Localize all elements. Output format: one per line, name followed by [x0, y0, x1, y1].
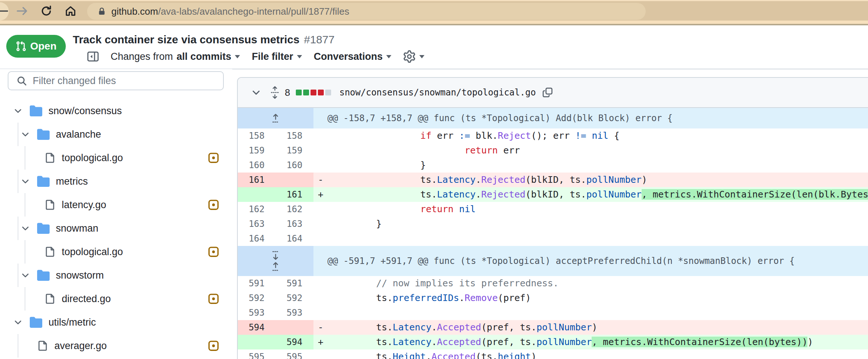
- tree-item-label: utils/metric: [49, 317, 96, 328]
- folder-icon: [37, 175, 50, 188]
- diff-row-deleted-161[interactable]: 161- ts.Latency.Rejected(blkID, ts.pollN…: [238, 173, 868, 187]
- collapse-file-button[interactable]: [251, 87, 261, 98]
- diff-rows: @@ -158,7 +158,7 @@ func (ts *Topologica…: [238, 108, 868, 359]
- old-line-number: 595: [238, 349, 276, 359]
- diff-row-context-163[interactable]: 163163 }: [238, 217, 868, 231]
- folder-toggle[interactable]: [21, 271, 30, 280]
- tree-item-label: latency.go: [62, 199, 106, 211]
- folder-toggle[interactable]: [13, 106, 23, 116]
- conversations-dropdown[interactable]: Conversations: [314, 51, 392, 62]
- diff-settings-dropdown[interactable]: [403, 50, 424, 63]
- diff-row-context-591[interactable]: 591591 // now implies its preferredness.: [238, 276, 868, 291]
- old-line-number: 159: [238, 143, 276, 158]
- gear-icon: [403, 50, 416, 63]
- tree-folder-snow-consensus[interactable]: snow/consensus: [0, 99, 232, 123]
- chevron-down-icon: [13, 318, 23, 327]
- reload-button[interactable]: [38, 3, 54, 19]
- code-segment: .: [426, 351, 431, 359]
- file-tree-sidebar: snow/consensusavalanchetopological.gomet…: [0, 69, 232, 359]
- changed-files-tree: snow/consensusavalanchetopological.gomet…: [0, 99, 232, 358]
- modified-file-icon: [208, 293, 219, 304]
- file-icon: [45, 293, 56, 305]
- diff-row-context-160[interactable]: 160160 }: [238, 158, 868, 173]
- old-line-number: 160: [238, 158, 276, 173]
- tree-file-averager-go[interactable]: averager.go: [0, 334, 232, 358]
- diff-file-header: 8 snow/consensus/snowman/topological.go: [238, 78, 868, 108]
- diff-row-added-594[interactable]: 594+ ts.Latency.Accepted(pref, ts.pollNu…: [238, 335, 868, 349]
- filter-changed-files-input[interactable]: [32, 75, 202, 87]
- new-line-number: 164: [276, 231, 313, 246]
- code-segment: Latency: [393, 322, 431, 333]
- expand-hunk-button[interactable]: [238, 108, 313, 128]
- code-segment: ts.: [332, 337, 393, 347]
- code-segment: nil: [592, 130, 608, 141]
- code-segment: !=: [575, 130, 586, 141]
- hunk-header: @@ -591,7 +591,7 @@ func (ts *Topologica…: [238, 246, 868, 276]
- copy-icon: [542, 87, 553, 98]
- code-segment: err: [498, 145, 520, 156]
- diff-row-added-161[interactable]: 161+ ts.Latency.Rejected(blkID, ts.pollN…: [238, 187, 868, 202]
- code-segment: (pref): [498, 293, 531, 303]
- file-drag-grabber[interactable]: [270, 86, 280, 99]
- back-button[interactable]: [0, 3, 11, 19]
- diff-row-context-162[interactable]: 162162 return nil: [238, 202, 868, 217]
- tree-file-topological-go[interactable]: topological.go: [0, 146, 232, 170]
- pull-request-icon: [15, 41, 26, 52]
- pr-state-badge: Open: [6, 35, 66, 58]
- tree-folder-snowstorm[interactable]: snowstorm: [0, 264, 232, 287]
- diff-row-context-159[interactable]: 159159 return err: [238, 143, 868, 158]
- file-icon: [45, 246, 56, 258]
- folder-toggle[interactable]: [21, 130, 30, 139]
- file-icon: [45, 293, 56, 305]
- diff-marker: [313, 202, 332, 217]
- back-arrow-icon: [0, 6, 8, 17]
- url-domain: github.com: [111, 6, 158, 17]
- code-segment: ts.: [332, 293, 393, 303]
- code-segment: Latency: [393, 337, 431, 347]
- expand-down-icon: [271, 250, 280, 261]
- diff-row-context-595[interactable]: 595595 ts.Height.Accepted(ts.height): [238, 349, 868, 359]
- diff-row-context-592[interactable]: 592592 ts.preferredIDs.Remove(pref): [238, 291, 868, 305]
- tree-folder-snowman[interactable]: snowman: [0, 217, 232, 240]
- file-icon: [45, 199, 56, 211]
- diff-marker: [313, 349, 332, 359]
- folder-toggle[interactable]: [21, 177, 30, 186]
- code-segment: Accepted: [431, 351, 476, 359]
- diff-marker: [313, 291, 332, 305]
- old-line-number: [238, 335, 276, 349]
- tree-item-label: topological.go: [62, 152, 123, 164]
- home-button[interactable]: [62, 3, 79, 19]
- file-filter-searchbox[interactable]: [8, 71, 224, 90]
- tree-folder-avalanche[interactable]: avalanche: [0, 123, 232, 146]
- copy-path-button[interactable]: [542, 87, 553, 98]
- file-icon: [37, 340, 49, 352]
- tree-file-topological-go[interactable]: topological.go: [0, 240, 232, 264]
- folder-toggle[interactable]: [13, 318, 23, 327]
- code-segment: Rejected: [481, 174, 525, 185]
- diff-row-deleted-594[interactable]: 594- ts.Latency.Accepted(pref, ts.pollNu…: [238, 320, 868, 335]
- tree-folder-utils-metric[interactable]: utils/metric: [0, 311, 232, 334]
- tree-file-latency-go[interactable]: latency.go: [0, 193, 232, 217]
- expand-hunk-button[interactable]: [238, 246, 313, 276]
- folder-toggle[interactable]: [21, 224, 30, 233]
- code-segment: return: [465, 145, 498, 156]
- pr-number: #1877: [304, 33, 334, 46]
- diff-row-context-164[interactable]: 164164: [238, 231, 868, 246]
- diff-row-context-158[interactable]: 158158 if err := blk.Reject(); err != ni…: [238, 128, 868, 143]
- tree-file-directed-go[interactable]: directed.go: [0, 287, 232, 311]
- diff-row-context-593[interactable]: 593593: [238, 305, 868, 320]
- address-bar[interactable]: github.com/ava-labs/avalanchego-internal…: [87, 3, 646, 20]
- code-line: }: [332, 217, 868, 231]
- changes-from-dropdown[interactable]: Changes from all commits: [111, 51, 240, 62]
- tree-item-label: averager.go: [54, 340, 107, 352]
- tree-folder-metrics[interactable]: metrics: [0, 170, 232, 193]
- old-line-number: 164: [238, 231, 276, 246]
- file-filter-dropdown[interactable]: File filter: [252, 51, 302, 62]
- code-segment: Remove: [465, 293, 498, 303]
- file-changes-count: 8: [285, 87, 290, 98]
- file-path: snow/consensus/snowman/topological.go: [339, 87, 536, 98]
- grabber-icon: [270, 86, 280, 99]
- modified-file-icon: [208, 199, 219, 210]
- collapse-sidebar-button[interactable]: [87, 51, 99, 62]
- forward-button[interactable]: [14, 3, 30, 19]
